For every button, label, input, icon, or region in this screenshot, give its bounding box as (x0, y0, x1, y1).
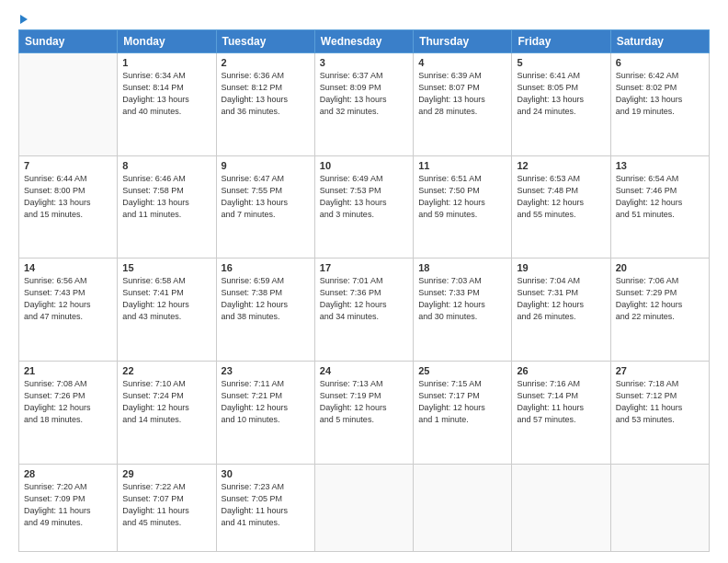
logo-triangle-icon (20, 15, 28, 24)
calendar-cell: 10Sunrise: 6:49 AM Sunset: 7:53 PM Dayli… (314, 155, 413, 259)
day-number: 8 (122, 160, 210, 171)
calendar-header-thursday: Thursday (414, 30, 512, 53)
day-info: Sunrise: 6:59 AM Sunset: 7:38 PM Dayligh… (222, 275, 310, 323)
day-number: 15 (122, 262, 210, 273)
day-info: Sunrise: 7:04 AM Sunset: 7:31 PM Dayligh… (517, 275, 605, 323)
calendar-header-sunday: Sunday (19, 30, 118, 53)
calendar-cell: 4Sunrise: 6:39 AM Sunset: 8:07 PM Daylig… (414, 53, 512, 156)
header (18, 17, 710, 22)
calendar-header-friday: Friday (512, 30, 610, 53)
calendar-cell: 16Sunrise: 6:59 AM Sunset: 7:38 PM Dayli… (216, 259, 314, 362)
calendar-cell: 30Sunrise: 7:23 AM Sunset: 7:05 PM Dayli… (216, 464, 314, 551)
day-number: 14 (24, 262, 112, 273)
day-info: Sunrise: 6:53 AM Sunset: 7:48 PM Dayligh… (517, 173, 605, 221)
day-number: 28 (24, 468, 112, 479)
day-info: Sunrise: 6:56 AM Sunset: 7:43 PM Dayligh… (24, 275, 112, 323)
day-number: 22 (122, 365, 210, 376)
day-number: 29 (122, 468, 210, 479)
day-number: 6 (616, 57, 704, 68)
day-info: Sunrise: 6:49 AM Sunset: 7:53 PM Dayligh… (320, 173, 408, 221)
day-info: Sunrise: 6:39 AM Sunset: 8:07 PM Dayligh… (418, 70, 506, 118)
calendar-cell: 23Sunrise: 7:11 AM Sunset: 7:21 PM Dayli… (216, 361, 314, 464)
calendar-cell: 13Sunrise: 6:54 AM Sunset: 7:46 PM Dayli… (610, 155, 709, 259)
calendar-cell: 2Sunrise: 6:36 AM Sunset: 8:12 PM Daylig… (216, 53, 314, 156)
calendar-header-monday: Monday (118, 30, 216, 53)
calendar-cell: 21Sunrise: 7:08 AM Sunset: 7:26 PM Dayli… (19, 361, 118, 464)
calendar-cell: 9Sunrise: 6:47 AM Sunset: 7:55 PM Daylig… (216, 155, 314, 259)
day-info: Sunrise: 7:10 AM Sunset: 7:24 PM Dayligh… (122, 378, 210, 426)
day-info: Sunrise: 7:18 AM Sunset: 7:12 PM Dayligh… (616, 378, 704, 426)
day-info: Sunrise: 7:08 AM Sunset: 7:26 PM Dayligh… (24, 378, 112, 426)
day-info: Sunrise: 7:06 AM Sunset: 7:29 PM Dayligh… (616, 275, 704, 323)
day-number: 5 (517, 57, 605, 68)
calendar-cell: 18Sunrise: 7:03 AM Sunset: 7:33 PM Dayli… (414, 259, 512, 362)
day-number: 18 (418, 262, 506, 273)
day-info: Sunrise: 6:58 AM Sunset: 7:41 PM Dayligh… (122, 275, 210, 323)
calendar-header-tuesday: Tuesday (216, 30, 314, 53)
day-number: 25 (418, 365, 506, 376)
day-number: 3 (320, 57, 408, 68)
calendar-cell: 7Sunrise: 6:44 AM Sunset: 8:00 PM Daylig… (19, 155, 118, 259)
day-number: 30 (222, 468, 310, 479)
calendar-cell (414, 464, 512, 551)
calendar-cell (314, 464, 413, 551)
calendar-cell: 11Sunrise: 6:51 AM Sunset: 7:50 PM Dayli… (414, 155, 512, 259)
day-number: 24 (320, 365, 408, 376)
day-info: Sunrise: 7:03 AM Sunset: 7:33 PM Dayligh… (418, 275, 506, 323)
calendar-header-wednesday: Wednesday (314, 30, 413, 53)
calendar-cell: 25Sunrise: 7:15 AM Sunset: 7:17 PM Dayli… (414, 361, 512, 464)
day-number: 23 (222, 365, 310, 376)
calendar-cell (610, 464, 709, 551)
day-info: Sunrise: 7:11 AM Sunset: 7:21 PM Dayligh… (222, 378, 310, 426)
day-number: 2 (222, 57, 310, 68)
day-info: Sunrise: 6:37 AM Sunset: 8:09 PM Dayligh… (320, 70, 408, 118)
day-info: Sunrise: 7:15 AM Sunset: 7:17 PM Dayligh… (418, 378, 506, 426)
calendar-cell: 14Sunrise: 6:56 AM Sunset: 7:43 PM Dayli… (19, 259, 118, 362)
day-info: Sunrise: 6:34 AM Sunset: 8:14 PM Dayligh… (122, 70, 210, 118)
calendar-cell: 1Sunrise: 6:34 AM Sunset: 8:14 PM Daylig… (118, 53, 216, 156)
calendar-cell: 3Sunrise: 6:37 AM Sunset: 8:09 PM Daylig… (314, 53, 413, 156)
calendar-cell: 17Sunrise: 7:01 AM Sunset: 7:36 PM Dayli… (314, 259, 413, 362)
calendar-cell: 22Sunrise: 7:10 AM Sunset: 7:24 PM Dayli… (118, 361, 216, 464)
calendar-header-row: SundayMondayTuesdayWednesdayThursdayFrid… (19, 30, 710, 53)
day-info: Sunrise: 7:20 AM Sunset: 7:09 PM Dayligh… (24, 481, 112, 529)
calendar-cell: 6Sunrise: 6:42 AM Sunset: 8:02 PM Daylig… (610, 53, 709, 156)
calendar-cell: 5Sunrise: 6:41 AM Sunset: 8:05 PM Daylig… (512, 53, 610, 156)
day-info: Sunrise: 6:47 AM Sunset: 7:55 PM Dayligh… (222, 173, 310, 221)
page: SundayMondayTuesdayWednesdayThursdayFrid… (0, 0, 728, 563)
day-info: Sunrise: 6:44 AM Sunset: 8:00 PM Dayligh… (24, 173, 112, 221)
day-number: 9 (222, 160, 310, 171)
calendar-cell: 29Sunrise: 7:22 AM Sunset: 7:07 PM Dayli… (118, 464, 216, 551)
day-number: 4 (418, 57, 506, 68)
day-info: Sunrise: 7:01 AM Sunset: 7:36 PM Dayligh… (320, 275, 408, 323)
day-number: 26 (517, 365, 605, 376)
day-number: 17 (320, 262, 408, 273)
day-info: Sunrise: 7:16 AM Sunset: 7:14 PM Dayligh… (517, 378, 605, 426)
calendar-cell: 26Sunrise: 7:16 AM Sunset: 7:14 PM Dayli… (512, 361, 610, 464)
day-number: 27 (616, 365, 704, 376)
day-info: Sunrise: 6:46 AM Sunset: 7:58 PM Dayligh… (122, 173, 210, 221)
day-number: 20 (616, 262, 704, 273)
day-info: Sunrise: 6:42 AM Sunset: 8:02 PM Dayligh… (616, 70, 704, 118)
calendar-cell: 27Sunrise: 7:18 AM Sunset: 7:12 PM Dayli… (610, 361, 709, 464)
day-info: Sunrise: 7:13 AM Sunset: 7:19 PM Dayligh… (320, 378, 408, 426)
calendar-cell: 19Sunrise: 7:04 AM Sunset: 7:31 PM Dayli… (512, 259, 610, 362)
logo (18, 17, 28, 22)
day-number: 10 (320, 160, 408, 171)
day-number: 7 (24, 160, 112, 171)
calendar-cell: 12Sunrise: 6:53 AM Sunset: 7:48 PM Dayli… (512, 155, 610, 259)
calendar-cell: 24Sunrise: 7:13 AM Sunset: 7:19 PM Dayli… (314, 361, 413, 464)
day-number: 19 (517, 262, 605, 273)
calendar-cell: 8Sunrise: 6:46 AM Sunset: 7:58 PM Daylig… (118, 155, 216, 259)
day-info: Sunrise: 7:23 AM Sunset: 7:05 PM Dayligh… (222, 481, 310, 529)
day-number: 16 (222, 262, 310, 273)
calendar-cell (19, 53, 118, 156)
calendar-header-saturday: Saturday (610, 30, 709, 53)
day-number: 1 (122, 57, 210, 68)
calendar-cell: 20Sunrise: 7:06 AM Sunset: 7:29 PM Dayli… (610, 259, 709, 362)
day-info: Sunrise: 7:22 AM Sunset: 7:07 PM Dayligh… (122, 481, 210, 529)
day-number: 21 (24, 365, 112, 376)
calendar-cell: 15Sunrise: 6:58 AM Sunset: 7:41 PM Dayli… (118, 259, 216, 362)
day-info: Sunrise: 6:36 AM Sunset: 8:12 PM Dayligh… (222, 70, 310, 118)
day-info: Sunrise: 6:41 AM Sunset: 8:05 PM Dayligh… (517, 70, 605, 118)
